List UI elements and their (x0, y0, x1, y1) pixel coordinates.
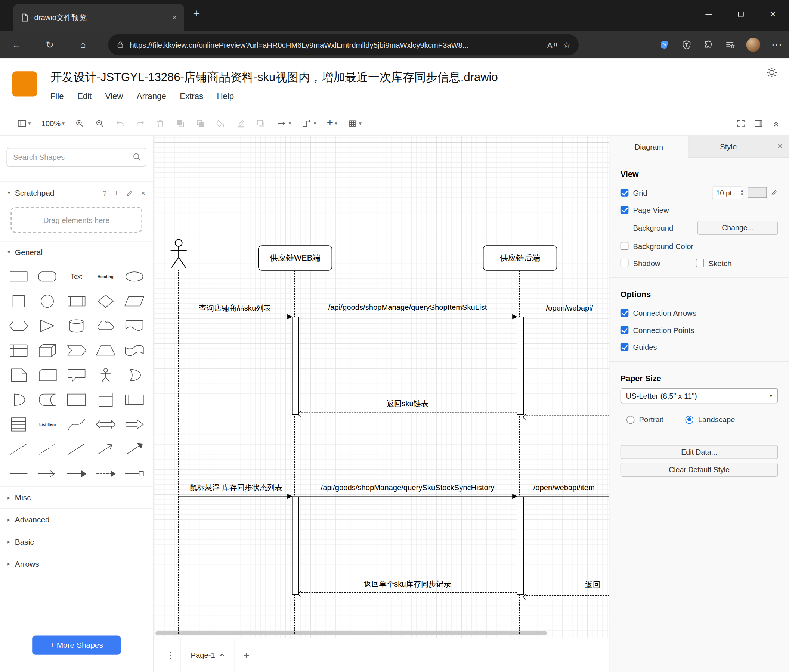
shape-trapezoid[interactable] (94, 342, 117, 359)
activation-bar[interactable] (517, 317, 524, 415)
maximize-button[interactable] (725, 0, 757, 28)
section-general[interactable]: ▾ General (0, 241, 153, 263)
sidebar-copilot-icon[interactable] (659, 39, 670, 50)
shape-triangle[interactable] (36, 317, 59, 334)
shape-diagonal-arrow-2[interactable] (123, 441, 146, 458)
tab-style[interactable]: Style (689, 136, 768, 158)
menu-arrange[interactable]: Arrange (137, 91, 166, 101)
background-color-checkbox[interactable] (621, 242, 629, 250)
shape-vertical-container[interactable] (94, 391, 117, 408)
sketch-checkbox[interactable] (696, 259, 704, 267)
theme-toggle-icon[interactable] (766, 67, 778, 78)
return-arrow[interactable] (524, 416, 609, 416)
shape-list-item[interactable]: List Item (39, 422, 56, 427)
tab-diagram[interactable]: Diagram (609, 136, 689, 158)
change-background-button[interactable]: Change... (698, 221, 778, 235)
menu-view[interactable]: View (105, 91, 123, 101)
shadow-checkbox[interactable] (621, 259, 629, 267)
message-label[interactable]: /api/goods/shopManage/querySkuStockSyncH… (321, 483, 495, 492)
zoom-level-button[interactable]: 100% ▾ (41, 119, 65, 128)
return-label[interactable]: 返回sku链表 (387, 399, 428, 409)
shape-bidirectional-arrow[interactable] (94, 416, 117, 433)
clear-default-style-button[interactable]: Clear Default Style (621, 463, 778, 477)
scratchpad-close-icon[interactable]: × (141, 188, 145, 197)
table-button[interactable]: ▾ (348, 118, 361, 128)
shape-list[interactable] (7, 416, 30, 433)
add-page-button[interactable]: + (243, 649, 249, 661)
menu-file[interactable]: File (50, 91, 64, 101)
url-text[interactable]: https://file.kkview.cn/onlinePreview?url… (130, 40, 542, 49)
shape-rounded-rectangle[interactable] (36, 268, 59, 285)
delete-button[interactable] (156, 118, 166, 128)
pages-menu-icon[interactable]: ⋮ (161, 650, 181, 661)
favorites-hub-icon[interactable] (725, 40, 735, 50)
shape-horizontal-container[interactable] (123, 391, 146, 408)
grid-size-input[interactable] (712, 186, 743, 199)
shape-card[interactable] (36, 366, 59, 384)
tampermonkey-extension-icon[interactable] (681, 40, 692, 50)
redo-button[interactable] (136, 118, 145, 128)
shape-line[interactable] (65, 441, 88, 458)
shape-step[interactable] (65, 342, 88, 359)
fullscreen-icon[interactable] (736, 118, 746, 128)
page-view-checkbox[interactable] (621, 206, 629, 214)
search-shapes-input[interactable] (7, 148, 147, 167)
minimize-button[interactable] (692, 0, 724, 28)
extensions-puzzle-icon[interactable] (703, 40, 714, 50)
message-label[interactable]: /api/goods/shopManage/queryShopItemSkuLi… (328, 303, 487, 311)
browser-tab[interactable]: drawio文件预览 × (13, 4, 184, 31)
menu-extras[interactable]: Extras (180, 91, 203, 101)
shape-arrow[interactable] (123, 416, 146, 433)
shape-or[interactable] (123, 366, 146, 384)
return-arrow[interactable] (524, 596, 609, 596)
section-misc[interactable]: ▸ Misc (0, 486, 153, 508)
return-arrow[interactable] (299, 412, 517, 412)
connection-style-button[interactable]: ▾ (276, 118, 291, 128)
search-icon[interactable] (132, 152, 142, 162)
shape-cube[interactable] (36, 342, 59, 359)
section-arrows[interactable]: ▸ Arrows (0, 553, 153, 575)
shape-cloud[interactable] (94, 317, 117, 334)
return-label[interactable]: 返回单个sku库存同步记录 (364, 580, 451, 589)
shape-ellipse[interactable] (123, 268, 146, 285)
menu-help[interactable]: Help (217, 91, 234, 101)
shape-dashed-line[interactable] (7, 441, 30, 458)
connection-points-checkbox[interactable] (621, 326, 629, 334)
message-label[interactable]: 查询店铺商品sku列表 (199, 304, 271, 314)
shape-dashed-arrow[interactable] (94, 465, 117, 483)
shape-link-with-end[interactable] (123, 465, 146, 483)
scratchpad-add-icon[interactable]: + (114, 188, 119, 197)
window-close-button[interactable]: × (757, 0, 789, 28)
lifeline-web[interactable]: 供应链WEB端 (258, 245, 332, 270)
shape-circle[interactable] (36, 293, 59, 310)
new-tab-button[interactable]: + (193, 7, 200, 21)
shape-data-storage[interactable] (36, 391, 59, 408)
zoom-out-button[interactable] (95, 118, 105, 128)
grid-checkbox[interactable] (621, 188, 629, 197)
shape-bold-link[interactable] (7, 465, 30, 483)
favorite-star-icon[interactable]: ☆ (563, 40, 571, 50)
shape-parallelogram[interactable] (123, 293, 146, 310)
shape-callout[interactable] (65, 366, 88, 384)
sequence-actor[interactable] (168, 238, 190, 269)
menu-edit[interactable]: Edit (77, 91, 91, 101)
paper-size-select[interactable]: US-Letter (8,5" x 11") ▾ (621, 388, 778, 403)
connection-arrows-checkbox[interactable] (621, 309, 629, 317)
to-front-button[interactable] (176, 118, 186, 128)
browser-menu-icon[interactable]: ⋯ (771, 39, 782, 51)
shape-rectangle[interactable] (7, 268, 30, 285)
shape-process[interactable] (65, 293, 88, 310)
activation-bar[interactable] (292, 496, 299, 595)
shape-actor[interactable] (94, 366, 117, 384)
view-options-button[interactable]: ▾ (17, 118, 30, 128)
message-arrow[interactable] (179, 496, 292, 497)
to-back-button[interactable] (196, 118, 206, 128)
message-arrow[interactable] (299, 496, 517, 497)
message-arrow[interactable] (524, 317, 609, 317)
return-label[interactable]: 返回 (585, 580, 600, 590)
insert-button[interactable]: + ▾ (327, 116, 337, 129)
shape-curve[interactable] (65, 416, 88, 433)
read-aloud-icon[interactable]: A (547, 40, 557, 49)
shape-square[interactable] (7, 293, 30, 310)
shape-internal-storage[interactable] (7, 342, 30, 359)
